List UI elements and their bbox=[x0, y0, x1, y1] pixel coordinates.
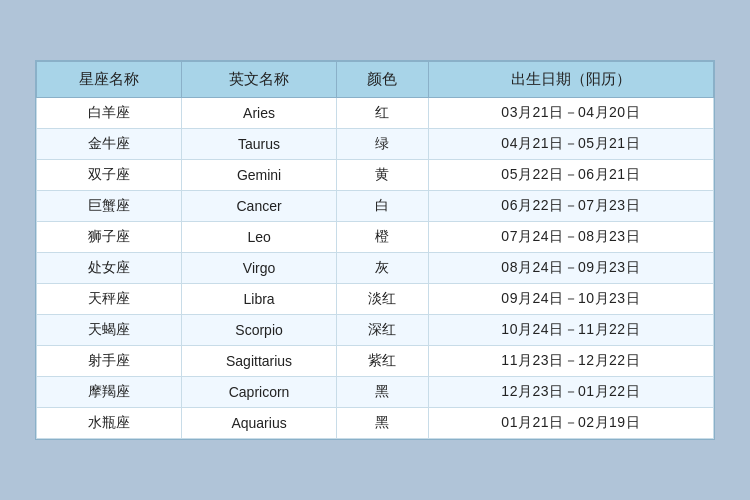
english-name-cell: Virgo bbox=[181, 253, 337, 284]
color-cell: 红 bbox=[337, 98, 428, 129]
table-row: 射手座Sagittarius紫红11月23日－12月22日 bbox=[37, 346, 714, 377]
english-name-cell: Libra bbox=[181, 284, 337, 315]
color-cell: 深红 bbox=[337, 315, 428, 346]
chinese-name-cell: 金牛座 bbox=[37, 129, 182, 160]
dates-cell: 11月23日－12月22日 bbox=[428, 346, 713, 377]
color-cell: 黄 bbox=[337, 160, 428, 191]
chinese-name-cell: 处女座 bbox=[37, 253, 182, 284]
dates-cell: 06月22日－07月23日 bbox=[428, 191, 713, 222]
english-name-cell: Capricorn bbox=[181, 377, 337, 408]
table-row: 白羊座Aries红03月21日－04月20日 bbox=[37, 98, 714, 129]
dates-cell: 09月24日－10月23日 bbox=[428, 284, 713, 315]
color-cell: 黑 bbox=[337, 377, 428, 408]
color-cell: 淡红 bbox=[337, 284, 428, 315]
chinese-name-cell: 摩羯座 bbox=[37, 377, 182, 408]
english-name-cell: Scorpio bbox=[181, 315, 337, 346]
header-chinese-name: 星座名称 bbox=[37, 62, 182, 98]
table-body: 白羊座Aries红03月21日－04月20日金牛座Taurus绿04月21日－0… bbox=[37, 98, 714, 439]
dates-cell: 10月24日－11月22日 bbox=[428, 315, 713, 346]
dates-cell: 12月23日－01月22日 bbox=[428, 377, 713, 408]
color-cell: 黑 bbox=[337, 408, 428, 439]
english-name-cell: Aquarius bbox=[181, 408, 337, 439]
table-row: 天蝎座Scorpio深红10月24日－11月22日 bbox=[37, 315, 714, 346]
table-row: 双子座Gemini黄05月22日－06月21日 bbox=[37, 160, 714, 191]
table-row: 狮子座Leo橙07月24日－08月23日 bbox=[37, 222, 714, 253]
color-cell: 白 bbox=[337, 191, 428, 222]
dates-cell: 05月22日－06月21日 bbox=[428, 160, 713, 191]
chinese-name-cell: 天蝎座 bbox=[37, 315, 182, 346]
table-row: 摩羯座Capricorn黑12月23日－01月22日 bbox=[37, 377, 714, 408]
dates-cell: 03月21日－04月20日 bbox=[428, 98, 713, 129]
dates-cell: 01月21日－02月19日 bbox=[428, 408, 713, 439]
chinese-name-cell: 双子座 bbox=[37, 160, 182, 191]
chinese-name-cell: 巨蟹座 bbox=[37, 191, 182, 222]
chinese-name-cell: 狮子座 bbox=[37, 222, 182, 253]
table-row: 金牛座Taurus绿04月21日－05月21日 bbox=[37, 129, 714, 160]
chinese-name-cell: 天秤座 bbox=[37, 284, 182, 315]
english-name-cell: Cancer bbox=[181, 191, 337, 222]
zodiac-table: 星座名称 英文名称 颜色 出生日期（阳历） 白羊座Aries红03月21日－04… bbox=[36, 61, 714, 439]
table-row: 处女座Virgo灰08月24日－09月23日 bbox=[37, 253, 714, 284]
dates-cell: 08月24日－09月23日 bbox=[428, 253, 713, 284]
english-name-cell: Taurus bbox=[181, 129, 337, 160]
table-row: 水瓶座Aquarius黑01月21日－02月19日 bbox=[37, 408, 714, 439]
english-name-cell: Aries bbox=[181, 98, 337, 129]
chinese-name-cell: 射手座 bbox=[37, 346, 182, 377]
header-dates: 出生日期（阳历） bbox=[428, 62, 713, 98]
english-name-cell: Gemini bbox=[181, 160, 337, 191]
table-row: 天秤座Libra淡红09月24日－10月23日 bbox=[37, 284, 714, 315]
color-cell: 绿 bbox=[337, 129, 428, 160]
dates-cell: 07月24日－08月23日 bbox=[428, 222, 713, 253]
zodiac-table-container: 星座名称 英文名称 颜色 出生日期（阳历） 白羊座Aries红03月21日－04… bbox=[35, 60, 715, 440]
table-row: 巨蟹座Cancer白06月22日－07月23日 bbox=[37, 191, 714, 222]
header-color: 颜色 bbox=[337, 62, 428, 98]
chinese-name-cell: 水瓶座 bbox=[37, 408, 182, 439]
english-name-cell: Sagittarius bbox=[181, 346, 337, 377]
color-cell: 橙 bbox=[337, 222, 428, 253]
english-name-cell: Leo bbox=[181, 222, 337, 253]
chinese-name-cell: 白羊座 bbox=[37, 98, 182, 129]
color-cell: 紫红 bbox=[337, 346, 428, 377]
color-cell: 灰 bbox=[337, 253, 428, 284]
dates-cell: 04月21日－05月21日 bbox=[428, 129, 713, 160]
header-english-name: 英文名称 bbox=[181, 62, 337, 98]
table-header-row: 星座名称 英文名称 颜色 出生日期（阳历） bbox=[37, 62, 714, 98]
